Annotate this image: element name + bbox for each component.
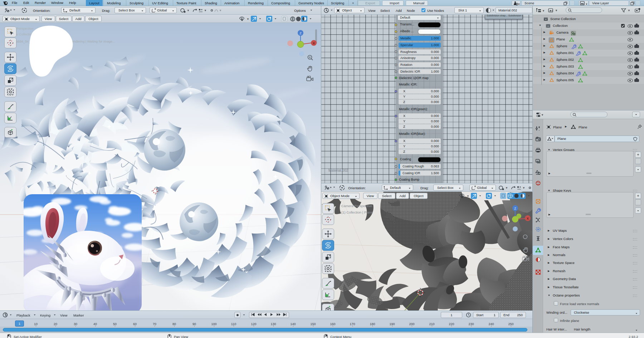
svg-text:Z: Z: [514, 207, 516, 210]
svg-text:▼: ▼: [555, 9, 558, 12]
svg-text:▼: ▼: [585, 3, 588, 5]
svg-text:▼: ▼: [505, 186, 508, 190]
svg-text:Z: Z: [299, 31, 302, 35]
svg-text:▼: ▼: [219, 9, 222, 12]
svg-text:X: X: [527, 217, 529, 220]
svg-text:▼: ▼: [247, 18, 249, 21]
svg-text:▼: ▼: [204, 9, 207, 12]
svg-text:▼: ▼: [541, 113, 544, 117]
svg-text:X: X: [313, 41, 315, 45]
svg-text:▼: ▼: [628, 9, 630, 12]
svg-text:▼: ▼: [518, 3, 520, 5]
svg-text:▼: ▼: [187, 9, 190, 12]
svg-text:▼: ▼: [522, 186, 525, 190]
svg-text:▼: ▼: [542, 9, 545, 13]
svg-text:▼: ▼: [467, 195, 469, 198]
